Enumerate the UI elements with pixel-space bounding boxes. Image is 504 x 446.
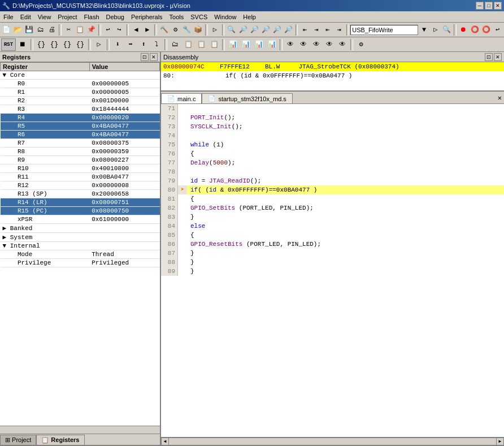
print-button[interactable]: 🖨: [46, 24, 57, 36]
menu-flash[interactable]: Flash: [81, 12, 103, 21]
debug-stop[interactable]: ⏹: [16, 38, 29, 51]
line-content-84: else: [187, 222, 504, 231]
new-file-button[interactable]: 📄: [1, 24, 12, 36]
search-btn4[interactable]: 🔎: [260, 24, 271, 36]
bottom-tabs: ⊞ Project 📋 Registers: [0, 434, 160, 445]
code-close-all-button[interactable]: ✕: [496, 93, 504, 103]
indent-btn2[interactable]: ⇥: [311, 24, 321, 36]
close-button[interactable]: ✕: [494, 2, 502, 10]
extra-debug1[interactable]: ⚙: [355, 38, 367, 51]
dbg-btn4[interactable]: {}: [74, 38, 86, 51]
tab-main-c[interactable]: 📄 main.c: [161, 93, 202, 103]
dbg-btn3[interactable]: {}: [61, 38, 73, 51]
open-button[interactable]: 📂: [12, 24, 23, 36]
fifo-extra1[interactable]: 🔍: [441, 24, 452, 36]
code-lines-container: 7172 PORT_Init();73 SYSCLK_Init();7475 w…: [161, 104, 504, 276]
dbg-btn1[interactable]: {}: [35, 38, 47, 51]
mem-btn4[interactable]: 📋: [208, 38, 220, 51]
code-scroll-left[interactable]: ◀: [161, 438, 169, 445]
debug-btn1[interactable]: ▷: [210, 24, 220, 36]
mem-btn1[interactable]: 🗂: [169, 38, 181, 51]
indent-btn4[interactable]: ⇥: [334, 24, 345, 36]
watch-btn3[interactable]: 👁: [310, 38, 323, 51]
mem-btn8[interactable]: 📊: [266, 38, 278, 51]
step-into[interactable]: ⬇: [111, 38, 124, 51]
disasm-close-button[interactable]: ✕: [494, 53, 502, 61]
search-btn6[interactable]: 🔎: [283, 24, 294, 36]
back-button[interactable]: ◀: [131, 24, 141, 36]
paste-button[interactable]: 📌: [86, 24, 97, 36]
menu-project[interactable]: Project: [54, 12, 80, 21]
build-btn1[interactable]: 🔨: [159, 24, 170, 36]
disasm-float-button[interactable]: ⊡: [485, 53, 493, 61]
watch-btn1[interactable]: 👁: [284, 38, 297, 51]
registers-close-button[interactable]: ✕: [150, 53, 158, 61]
fifo-dropdown[interactable]: ▼: [419, 24, 429, 36]
redo-button[interactable]: ↪: [114, 24, 125, 36]
forward-button[interactable]: ▶: [142, 24, 153, 36]
menu-file[interactable]: File: [0, 12, 17, 21]
save-all-button[interactable]: 🗂: [35, 24, 46, 36]
step-out[interactable]: ⬆: [137, 38, 150, 51]
copy-button[interactable]: 📋: [75, 24, 85, 36]
line-num-81: 81: [161, 194, 178, 203]
tab-registers[interactable]: 📋 Registers: [36, 435, 84, 445]
indent-btn1[interactable]: ⇤: [299, 24, 310, 36]
save-button[interactable]: 💾: [24, 24, 34, 36]
build-btn4[interactable]: 📦: [193, 24, 203, 36]
code-hscroll[interactable]: ◀ ▶: [161, 437, 504, 445]
mem-btn3[interactable]: 📋: [195, 38, 207, 51]
mem-btn2[interactable]: 📋: [182, 38, 194, 51]
registers-hscroll[interactable]: [0, 426, 160, 434]
tab-startup-icon: 📄: [208, 95, 216, 102]
sep6: [222, 24, 225, 36]
maximize-button[interactable]: □: [485, 2, 493, 10]
search-btn5[interactable]: 🔎: [272, 24, 283, 36]
tab-startup[interactable]: 📄 startup_stm32f10x_md.s: [202, 93, 292, 103]
minimize-button[interactable]: ─: [476, 2, 484, 10]
search-btn3[interactable]: 🔎: [249, 24, 260, 36]
fifo-go[interactable]: ▷: [430, 24, 441, 36]
tab-project[interactable]: ⊞ Project: [0, 435, 36, 445]
extra-btn[interactable]: ↩: [492, 24, 503, 36]
menu-edit[interactable]: Edit: [17, 12, 34, 21]
build-btn3[interactable]: 🔧: [181, 24, 192, 36]
undo-button[interactable]: ↩: [103, 24, 114, 36]
registers-float-button[interactable]: ⊡: [141, 53, 149, 61]
menu-peripherals[interactable]: Peripherals: [128, 12, 166, 21]
menu-window[interactable]: Window: [211, 12, 240, 21]
code-scroll-right[interactable]: ▶: [496, 438, 504, 445]
indent-btn3[interactable]: ⇤: [323, 24, 333, 36]
run-button[interactable]: ▷: [93, 38, 105, 51]
mem-btn7[interactable]: 📊: [253, 38, 265, 51]
title-bar-buttons[interactable]: ─ □ ✕: [476, 2, 502, 10]
dbg-btn2[interactable]: {}: [48, 38, 60, 51]
watch-btn5[interactable]: 👁: [336, 38, 349, 51]
code-scroll-track[interactable]: [169, 438, 496, 445]
circle2[interactable]: ⭕: [481, 24, 492, 36]
search-btn2[interactable]: 🔎: [238, 24, 249, 36]
menu-debug[interactable]: Debug: [103, 12, 128, 21]
registers-table[interactable]: Register Value ▼ Core R00x00000005 R10x0…: [0, 62, 160, 426]
code-content[interactable]: 7172 PORT_Init();73 SYSCLK_Init();7475 w…: [161, 104, 504, 437]
run-to-cursor[interactable]: ⤵: [150, 38, 163, 51]
sep2: [98, 24, 101, 36]
mem-btn5[interactable]: 📊: [227, 38, 239, 51]
menu-tools[interactable]: Tools: [166, 12, 188, 21]
circle1[interactable]: ⭕: [470, 24, 480, 36]
fifo-input[interactable]: [350, 25, 418, 35]
build-btn2[interactable]: ⚙: [170, 24, 181, 36]
cut-button[interactable]: ✂: [63, 24, 74, 36]
title-bar: 🔧 D:\MyProjects\_MCU\STM32\Blink103\blin…: [0, 0, 504, 11]
step-over[interactable]: ➡: [124, 38, 137, 51]
watch-btn4[interactable]: 👁: [323, 38, 336, 51]
search-btn1[interactable]: 🔍: [226, 24, 237, 36]
dsep4: [164, 39, 167, 50]
stop-record-button[interactable]: ⏺: [458, 24, 469, 36]
rst-button[interactable]: RST: [1, 38, 16, 51]
mem-btn6[interactable]: 📊: [240, 38, 252, 51]
menu-view[interactable]: View: [34, 12, 55, 21]
menu-svcs[interactable]: SVCS: [187, 12, 211, 21]
menu-help[interactable]: Help: [240, 12, 259, 21]
watch-btn2[interactable]: 👁: [297, 38, 310, 51]
